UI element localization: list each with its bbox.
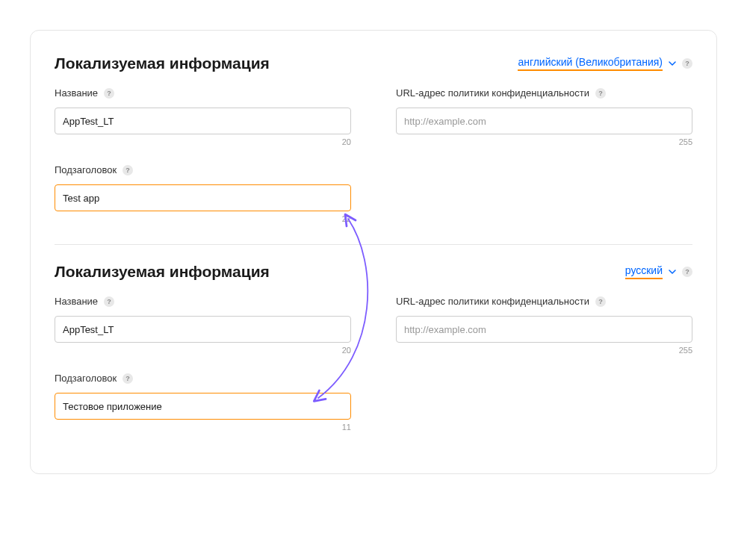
chevron-down-icon bbox=[669, 60, 676, 67]
privacy-url-input[interactable] bbox=[396, 108, 692, 134]
locale-section-en-gb: Локализуемая информация английский (Вели… bbox=[55, 55, 692, 223]
empty-col bbox=[396, 164, 692, 223]
subtitle-field-group: Подзаголовок ? 22 bbox=[55, 164, 351, 223]
subtitle-label: Подзаголовок bbox=[55, 164, 117, 175]
help-icon[interactable]: ? bbox=[595, 88, 606, 99]
char-limit: 255 bbox=[396, 137, 692, 146]
section-title: Локализуемая информация bbox=[55, 55, 270, 72]
help-icon[interactable]: ? bbox=[595, 296, 606, 307]
locale-section-ru: Локализуемая информация русский ? Назван… bbox=[55, 244, 692, 432]
privacy-url-input[interactable] bbox=[396, 316, 692, 343]
section-header: Локализуемая информация английский (Вели… bbox=[55, 55, 692, 72]
form-row: Подзаголовок ? 11 bbox=[55, 373, 692, 432]
subtitle-input[interactable] bbox=[55, 393, 351, 420]
form-row: Подзаголовок ? 22 bbox=[55, 164, 692, 223]
char-limit: 20 bbox=[55, 346, 351, 355]
privacy-url-label: URL-адрес политики конфиденциальности bbox=[396, 296, 589, 307]
char-limit: 11 bbox=[55, 423, 351, 432]
name-input[interactable] bbox=[55, 316, 351, 343]
char-limit: 255 bbox=[396, 346, 692, 355]
form-row: Название ? 20 URL-адрес политики конфиде… bbox=[55, 296, 692, 355]
privacy-url-label: URL-адрес политики конфиденциальности bbox=[396, 87, 589, 99]
help-icon[interactable]: ? bbox=[104, 88, 114, 99]
language-selector[interactable]: английский (Великобритания) ? bbox=[518, 56, 692, 71]
form-row: Название ? 20 URL-адрес политики конфиде… bbox=[55, 87, 692, 146]
help-icon[interactable]: ? bbox=[682, 267, 692, 277]
char-limit: 20 bbox=[55, 137, 351, 146]
help-icon[interactable]: ? bbox=[123, 165, 133, 175]
field-label-row: URL-адрес политики конфиденциальности ? bbox=[396, 87, 692, 99]
privacy-url-field-group: URL-адрес политики конфиденциальности ? … bbox=[396, 87, 692, 146]
subtitle-input[interactable] bbox=[55, 184, 351, 211]
field-label-row: Подзаголовок ? bbox=[55, 164, 351, 175]
help-icon[interactable]: ? bbox=[104, 296, 114, 307]
name-field-group: Название ? 20 bbox=[55, 87, 351, 146]
name-label: Название bbox=[55, 87, 98, 99]
chevron-down-icon bbox=[669, 268, 676, 276]
field-label-row: Подзаголовок ? bbox=[55, 373, 351, 384]
subtitle-field-group: Подзаголовок ? 11 bbox=[55, 373, 351, 432]
language-link[interactable]: английский (Великобритания) bbox=[518, 56, 663, 71]
section-header: Локализуемая информация русский ? bbox=[55, 263, 692, 281]
help-icon[interactable]: ? bbox=[682, 58, 692, 69]
field-label-row: URL-адрес политики конфиденциальности ? bbox=[396, 296, 692, 307]
char-limit: 22 bbox=[55, 214, 351, 223]
language-link[interactable]: русский bbox=[625, 264, 663, 279]
name-label: Название bbox=[55, 296, 98, 307]
name-field-group: Название ? 20 bbox=[55, 296, 351, 355]
privacy-url-field-group: URL-адрес политики конфиденциальности ? … bbox=[396, 296, 692, 355]
language-selector[interactable]: русский ? bbox=[625, 264, 692, 279]
help-icon[interactable]: ? bbox=[123, 373, 133, 384]
localization-card: Локализуемая информация английский (Вели… bbox=[30, 30, 717, 474]
section-title: Локализуемая информация bbox=[55, 263, 270, 281]
subtitle-label: Подзаголовок bbox=[55, 373, 117, 384]
name-input[interactable] bbox=[55, 108, 351, 134]
field-label-row: Название ? bbox=[55, 296, 351, 307]
field-label-row: Название ? bbox=[55, 87, 351, 99]
empty-col bbox=[396, 373, 692, 432]
